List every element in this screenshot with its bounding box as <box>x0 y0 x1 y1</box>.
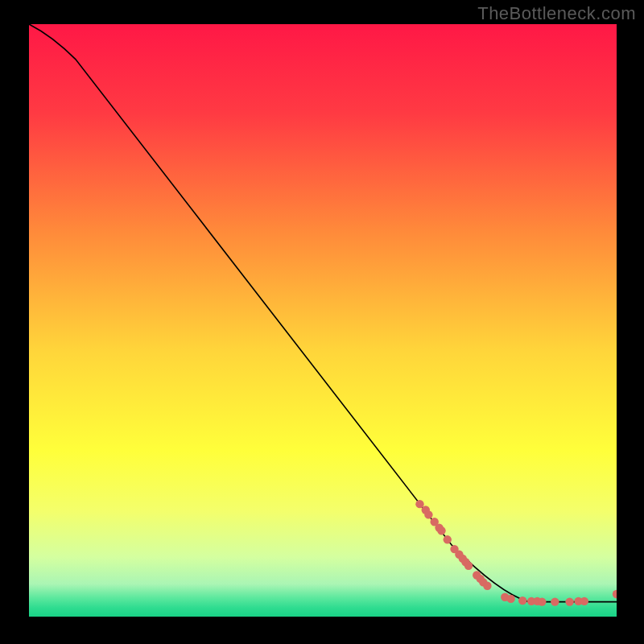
watermark-label: TheBottleneck.com <box>477 3 636 24</box>
chart-svg <box>29 24 617 617</box>
data-marker <box>518 597 526 605</box>
data-marker <box>444 535 452 543</box>
data-marker <box>437 526 445 535</box>
chart-container: TheBottleneck.com <box>0 0 644 644</box>
data-marker <box>415 500 423 508</box>
data-marker <box>580 597 588 605</box>
data-marker <box>565 597 573 605</box>
data-marker <box>464 562 473 570</box>
data-marker <box>483 582 491 590</box>
plot-area <box>29 24 617 617</box>
data-marker <box>424 510 432 518</box>
data-marker <box>538 597 546 605</box>
data-marker <box>506 595 514 603</box>
data-marker <box>551 597 559 605</box>
